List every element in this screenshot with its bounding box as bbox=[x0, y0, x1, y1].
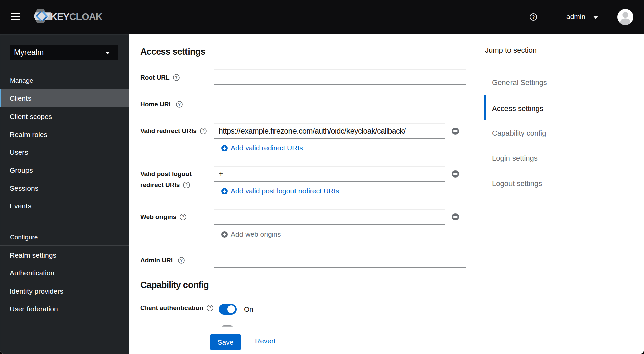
svg-text:?: ? bbox=[209, 305, 211, 310]
svg-text:?: ? bbox=[178, 102, 181, 107]
svg-text:?: ? bbox=[202, 128, 205, 133]
svg-text:?: ? bbox=[175, 75, 178, 80]
svg-text:?: ? bbox=[185, 182, 188, 187]
svg-text:?: ? bbox=[182, 214, 184, 219]
svg-text:?: ? bbox=[532, 14, 535, 20]
svg-text:?: ? bbox=[180, 258, 183, 263]
